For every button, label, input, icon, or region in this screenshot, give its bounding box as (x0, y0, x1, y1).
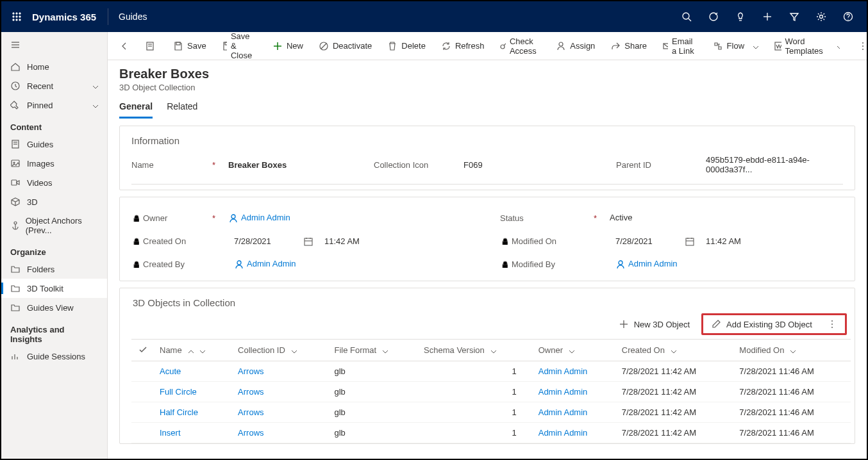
global-header: Dynamics 365 Guides (1, 1, 867, 32)
row-select[interactable] (131, 402, 153, 423)
table-row[interactable]: Half CircleArrowsglb1Admin Admin7/28/202… (131, 402, 851, 423)
cell-created: 7/28/2021 11:42 AM (615, 361, 733, 382)
row-select[interactable] (131, 382, 153, 402)
col-created-on[interactable]: Created On (615, 340, 733, 361)
cell-name[interactable]: Insert (153, 423, 231, 443)
sidebar-item-videos[interactable]: Videos (1, 173, 107, 192)
chevron-down-icon (567, 347, 574, 354)
chevron-down-icon (90, 82, 98, 90)
cell-name[interactable]: Half Circle (153, 402, 231, 423)
check-access-button[interactable]: Check Access (493, 33, 547, 60)
collection-icon-value[interactable]: F069 (463, 158, 601, 173)
new-button[interactable]: New (266, 37, 310, 55)
required-icon: * (212, 160, 215, 170)
filter-icon[interactable] (781, 1, 808, 32)
sidebar-item-3d[interactable]: 3D (1, 192, 107, 211)
tab-related[interactable]: Related (167, 101, 197, 119)
select-all-icon[interactable] (138, 345, 147, 354)
created-by-value[interactable]: Admin Admin (234, 256, 474, 272)
form-selector-button[interactable] (138, 37, 162, 55)
sidebar-item-guides[interactable]: Guides (1, 135, 107, 154)
col-owner[interactable]: Owner (532, 340, 615, 361)
row-select[interactable] (131, 423, 153, 443)
tab-general[interactable]: General (119, 101, 153, 119)
calendar-icon (303, 236, 313, 246)
divider (108, 8, 108, 25)
cell-collection[interactable]: Arrows (231, 402, 328, 423)
sidebar-item-pinned[interactable]: Pinned (1, 95, 107, 115)
col-file-format[interactable]: File Format (328, 340, 417, 361)
cell-owner[interactable]: Admin Admin (532, 402, 615, 423)
col-name[interactable]: Name (153, 340, 231, 361)
plus-icon[interactable] (754, 1, 781, 32)
owner-value[interactable]: Admin Admin (228, 210, 474, 226)
modified-by-label: Modified By (512, 259, 555, 269)
assign-button[interactable]: Assign (549, 37, 601, 55)
sidebar-item-recent[interactable]: Recent (1, 76, 107, 95)
videos-label: Videos (27, 178, 53, 188)
page-subtitle: 3D Object Collection (119, 83, 855, 92)
table-row[interactable]: Full CircleArrowsglb1Admin Admin7/28/202… (131, 382, 851, 402)
toolkit-label: 3D Toolkit (27, 284, 63, 293)
lock-icon (131, 260, 139, 268)
created-on-label: Created On (143, 236, 186, 246)
cell-collection[interactable]: Arrows (231, 361, 328, 382)
col-modified-on[interactable]: Modified On (733, 340, 851, 361)
pinned-label: Pinned (27, 101, 53, 110)
flow-button[interactable]: Flow (706, 37, 765, 55)
add-existing-3d-object-button[interactable]: Add Existing 3D Object (701, 313, 847, 335)
sidebar-item-object-anchors[interactable]: Object Anchors (Prev... (1, 211, 107, 240)
cell-owner[interactable]: Admin Admin (532, 361, 615, 382)
more-commands-button[interactable] (851, 37, 867, 55)
app-name[interactable]: Guides (119, 12, 147, 22)
save-close-button[interactable]: Save & Close (215, 32, 263, 64)
delete-button[interactable]: Delete (381, 37, 432, 55)
sidebar-item-folders[interactable]: Folders (1, 259, 107, 279)
gear-icon[interactable] (808, 1, 835, 32)
chevron-down-icon (669, 347, 676, 354)
cell-owner[interactable]: Admin Admin (532, 382, 615, 402)
sidebar-item-guides-view[interactable]: Guides View (1, 298, 107, 317)
email-link-button[interactable]: Email a Link (656, 33, 704, 60)
col-schema-version[interactable]: Schema Version (417, 340, 532, 361)
row-select[interactable] (131, 361, 153, 382)
sidebar-item-images[interactable]: Images (1, 154, 107, 173)
lock-icon (500, 237, 508, 245)
3d-label: 3D (27, 197, 38, 207)
cell-modified: 7/28/2021 11:46 AM (733, 423, 851, 443)
back-button[interactable] (113, 37, 136, 55)
recent-label: Recent (27, 81, 53, 91)
refresh-button[interactable]: Refresh (435, 37, 491, 55)
cell-name[interactable]: Full Circle (153, 382, 231, 402)
status-value[interactable]: Active (610, 210, 843, 226)
bulb-icon[interactable] (727, 1, 754, 32)
cell-owner[interactable]: Admin Admin (532, 423, 615, 443)
sidebar-item-guide-sessions[interactable]: Guide Sessions (1, 347, 107, 366)
cell-created: 7/28/2021 11:42 AM (615, 382, 733, 402)
parent-id-value[interactable]: 495b5179-ebdd-e811-a94e-000d3a37f... (706, 152, 843, 177)
sidebar-item-home[interactable]: Home (1, 57, 107, 76)
owner-label: Owner (143, 213, 167, 223)
cell-schema: 1 (417, 423, 532, 443)
sidebar-item-3d-toolkit[interactable]: 3D Toolkit (1, 279, 107, 298)
cell-name[interactable]: Acute (153, 361, 231, 382)
help-icon[interactable] (835, 1, 862, 32)
table-row[interactable]: InsertArrowsglb1Admin Admin7/28/2021 11:… (131, 423, 851, 443)
new-3d-object-button[interactable]: New 3D Object (611, 315, 697, 333)
anchors-label: Object Anchors (Prev... (26, 216, 98, 235)
modified-by-value[interactable]: Admin Admin (615, 256, 843, 272)
share-button[interactable]: Share (604, 37, 653, 55)
col-collection-id[interactable]: Collection ID (231, 340, 328, 361)
search-icon[interactable] (673, 1, 700, 32)
cell-collection[interactable]: Arrows (231, 382, 328, 402)
menu-toggle-icon[interactable] (1, 35, 107, 57)
more-icon[interactable] (827, 319, 837, 329)
word-templates-button[interactable]: Word Templates (767, 33, 846, 60)
assist-icon[interactable] (700, 1, 727, 32)
save-button[interactable]: Save (167, 37, 213, 55)
deactivate-button[interactable]: Deactivate (312, 37, 378, 55)
table-row[interactable]: AcuteArrowsglb1Admin Admin7/28/2021 11:4… (131, 361, 851, 382)
cell-collection[interactable]: Arrows (231, 423, 328, 443)
name-value[interactable]: Breaker Boxes (228, 158, 358, 173)
app-launcher-icon[interactable] (6, 6, 27, 27)
